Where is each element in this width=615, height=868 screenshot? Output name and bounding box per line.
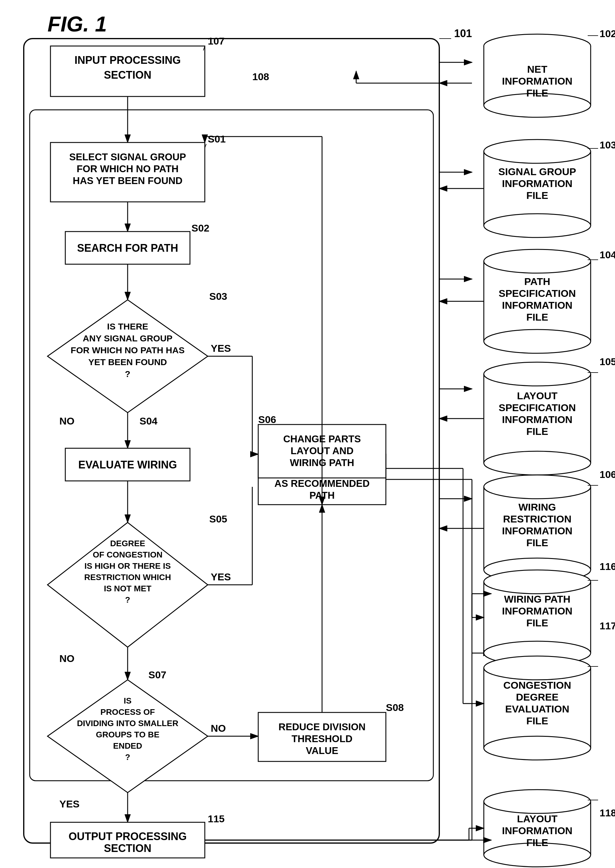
ref-num-104: 104 [599,249,615,260]
flowchart-svg: 101 INPUT PROCESSING SECTION 107 SELECT … [0,0,615,868]
svg-point-138 [484,790,591,813]
svg-text:FILE: FILE [526,837,548,848]
svg-text:FILE: FILE [526,617,548,628]
svg-text:CONGESTION: CONGESTION [503,679,571,691]
svg-text:INFORMATION: INFORMATION [502,75,572,87]
svg-text:RESTRICTION: RESTRICTION [503,513,571,525]
ref-num-117: 117 [599,620,615,631]
svg-text:?: ? [125,369,130,379]
ref-num-102: 102 [599,28,615,39]
ref-num-106: 106 [599,469,615,480]
svg-text:EVALUATION: EVALUATION [505,703,569,715]
svg-text:DEGREE: DEGREE [516,692,559,703]
svg-point-133 [484,736,591,760]
svg-text:FILE: FILE [526,715,548,726]
svg-text:REDUCE DIVISION: REDUCE DIVISION [278,721,365,732]
yes-s05: YES [211,571,231,582]
svg-text:RESTRICTION WHICH: RESTRICTION WHICH [84,573,171,582]
step-s02: S02 [192,222,209,234]
svg-text:INFORMATION: INFORMATION [502,414,572,425]
svg-point-107 [484,362,591,386]
svg-text:DIVIDING INTO SMALLER: DIVIDING INTO SMALLER [77,719,178,728]
svg-point-102 [484,329,591,353]
svg-text:SPECIFICATION: SPECIFICATION [499,402,576,413]
svg-text:OF CONGESTION: OF CONGESTION [93,550,163,559]
svg-text:IS THERE: IS THERE [107,322,148,331]
svg-text:FOR WHICH NO PATH HAS: FOR WHICH NO PATH HAS [71,345,185,355]
svg-text:FOR WHICH NO PATH: FOR WHICH NO PATH [76,163,178,174]
svg-text:FILE: FILE [526,311,548,323]
svg-text:INFORMATION: INFORMATION [502,525,572,536]
svg-text:INFORMATION: INFORMATION [502,825,572,836]
svg-text:IS: IS [124,696,131,705]
ref-num-103: 103 [599,139,615,150]
svg-text:LAYOUT: LAYOUT [517,390,558,401]
svg-text:SECTION: SECTION [104,69,151,81]
yes-s07: YES [59,798,80,810]
svg-text:IS HIGH OR THERE IS: IS HIGH OR THERE IS [84,561,171,571]
svg-text:SEARCH FOR PATH: SEARCH FOR PATH [77,242,178,254]
svg-text:EVALUATE WIRING: EVALUATE WIRING [78,459,177,471]
svg-text:?: ? [125,595,130,604]
svg-text:INFORMATION: INFORMATION [502,178,572,189]
ref-num-105: 105 [599,356,615,367]
ref-115: 115 [208,813,225,824]
svg-text:?: ? [125,752,130,762]
svg-text:FILE: FILE [526,426,548,437]
svg-text:INFORMATION: INFORMATION [502,605,572,617]
svg-text:THRESHOLD: THRESHOLD [292,733,352,744]
ref-107: 107 [208,35,225,47]
step-s03: S03 [209,290,227,302]
svg-text:FILE: FILE [526,87,548,98]
ref-num-118: 118 [599,807,615,818]
step-s05: S05 [209,513,227,525]
svg-text:HAS YET BEEN FOUND: HAS YET BEEN FOUND [73,175,183,186]
svg-text:SELECT SIGNAL GROUP: SELECT SIGNAL GROUP [69,151,186,162]
yes-s03: YES [211,343,231,354]
ref-num-116: 116 [599,561,615,572]
step-s06: S06 [258,414,276,425]
ref-108: 108 [252,71,269,82]
step-s07: S07 [148,669,167,681]
svg-text:INFORMATION: INFORMATION [502,300,572,311]
svg-text:LAYOUT: LAYOUT [517,813,558,824]
svg-text:YET BEEN FOUND: YET BEEN FOUND [88,357,167,367]
svg-text:SECTION: SECTION [104,842,151,854]
svg-point-95 [484,214,591,237]
ref-101: 101 [454,27,472,39]
svg-text:GROUPS TO BE: GROUPS TO BE [96,730,159,739]
svg-text:ANY SIGNAL GROUP: ANY SIGNAL GROUP [83,333,172,343]
svg-text:INPUT PROCESSING: INPUT PROCESSING [75,54,181,66]
svg-text:WIRING: WIRING [518,501,556,513]
svg-text:DEGREE: DEGREE [110,539,145,548]
no-s05: NO [59,653,75,664]
svg-point-99 [484,249,591,273]
page: FIG. 1 101 INPUT PROCESSING SECTION 107 … [0,0,615,868]
svg-text:WIRING PATH: WIRING PATH [504,593,570,605]
svg-point-110 [484,451,591,475]
svg-point-115 [484,475,591,499]
svg-text:SPECIFICATION: SPECIFICATION [499,288,576,299]
step-s04: S04 [139,415,158,426]
svg-text:SIGNAL GROUP: SIGNAL GROUP [498,166,576,177]
svg-text:ENDED: ENDED [113,741,142,751]
svg-text:OUTPUT PROCESSING: OUTPUT PROCESSING [69,830,187,843]
no-s07: NO [211,723,226,734]
step-s01: S01 [208,133,226,145]
svg-point-130 [484,656,591,680]
no-s03: NO [59,415,75,426]
svg-text:VALUE: VALUE [306,745,338,756]
svg-text:IS NOT MET: IS NOT MET [104,584,151,593]
svg-text:FILE: FILE [526,190,548,201]
step-s08: S08 [386,702,404,713]
svg-text:PATH: PATH [524,276,550,287]
svg-text:FILE: FILE [526,537,548,548]
svg-point-92 [484,139,591,163]
svg-point-123 [484,570,591,594]
svg-text:PROCESS OF: PROCESS OF [100,707,155,717]
svg-text:NET: NET [527,64,547,75]
